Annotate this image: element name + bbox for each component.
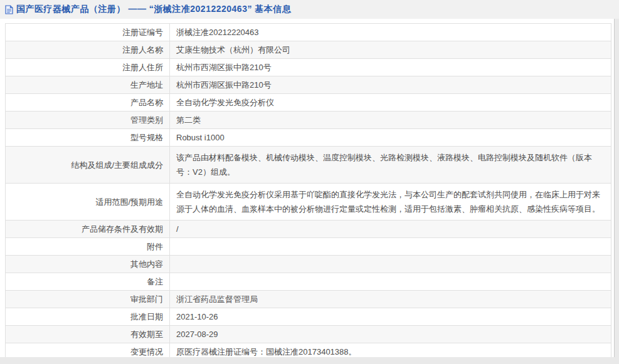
row-label: 其他内容	[6, 256, 170, 273]
table-row: 注册人名称 艾康生物技术（杭州）有限公司	[6, 41, 611, 59]
content-panel: 注册证编号 浙械注准20212220463 注册人名称 艾康生物技术（杭州）有限…	[0, 19, 615, 357]
row-value: 浙江省药品监督管理局	[170, 291, 611, 308]
row-label: 结构及组成/主要组成成分	[6, 147, 170, 184]
row-value: 第二类	[170, 112, 611, 129]
row-label: 注册人住所	[6, 59, 170, 76]
table-row: 其他内容	[6, 256, 611, 273]
table-row: 适用范围/预期用途 全自动化学发光免疫分析仪采用基于吖啶酯的直接化学发光法，与本…	[6, 184, 611, 221]
row-label: 注册证编号	[6, 24, 170, 41]
row-value: 杭州市西湖区振中路210号	[170, 76, 611, 94]
row-value: 全自动化学发光免疫分析仪采用基于吖啶酯的直接化学发光法，与本公司生产的配套试剂共…	[170, 184, 611, 221]
row-value: 2027-08-29	[170, 326, 611, 343]
row-value: 杭州市西湖区振中路210号	[170, 59, 611, 76]
row-label: 有效期至	[6, 326, 170, 343]
row-value: 该产品由材料配备模块、机械传动模块、温度控制模块、光路检测模块、液路模块、电路控…	[170, 147, 611, 184]
table-row: 附件	[6, 238, 611, 256]
row-label: 附件	[6, 238, 170, 256]
table-row: 审批部门 浙江省药品监督管理局	[6, 291, 611, 308]
table-row: 批准日期 2021-10-26	[6, 308, 611, 326]
row-label: 管理类别	[6, 112, 170, 129]
row-value	[170, 256, 611, 273]
document-icon	[5, 5, 13, 14]
row-value: 艾康生物技术（杭州）有限公司	[170, 41, 611, 59]
row-value: 原医疗器械注册证编号：国械注准20173401388。	[170, 343, 611, 358]
row-label: 备注	[6, 273, 170, 291]
table-row: 注册人住所 杭州市西湖区振中路210号	[6, 59, 611, 76]
page-title: 国产医疗器械产品（注册） —— “浙械注准20212220463” 基本信息	[16, 4, 291, 15]
row-label: 适用范围/预期用途	[6, 184, 170, 221]
registration-info-table: 注册证编号 浙械注准20212220463 注册人名称 艾康生物技术（杭州）有限…	[5, 23, 611, 357]
row-value	[170, 238, 611, 256]
row-value: Robust i1000	[170, 129, 611, 147]
row-label: 变更情况	[6, 343, 170, 358]
table-row: 生产地址 杭州市西湖区振中路210号	[6, 76, 611, 94]
table-row: 产品名称 全自动化学发光免疫分析仪	[6, 94, 611, 112]
row-value	[170, 273, 611, 291]
row-label: 产品储存条件及有效期	[6, 221, 170, 238]
table-row: 备注	[6, 273, 611, 291]
row-label: 注册人名称	[6, 41, 170, 59]
row-value: 浙械注准20212220463	[170, 24, 611, 41]
table-row: 型号规格 Robust i1000	[6, 129, 611, 147]
table-row: 管理类别 第二类	[6, 112, 611, 129]
table-row: 有效期至 2027-08-29	[6, 326, 611, 343]
row-label: 生产地址	[6, 76, 170, 94]
table-row: 产品储存条件及有效期 /	[6, 221, 611, 238]
table-row: 结构及组成/主要组成成分 该产品由材料配备模块、机械传动模块、温度控制模块、光路…	[6, 147, 611, 184]
row-label: 批准日期	[6, 308, 170, 326]
row-value: 全自动化学发光免疫分析仪	[170, 94, 611, 112]
page-titlebar: 国产医疗器械产品（注册） —— “浙械注准20212220463” 基本信息	[0, 0, 619, 19]
row-label: 产品名称	[6, 94, 170, 112]
row-value: /	[170, 221, 611, 238]
row-label: 审批部门	[6, 291, 170, 308]
row-value: 2021-10-26	[170, 308, 611, 326]
row-label: 型号规格	[6, 129, 170, 147]
table-row: 注册证编号 浙械注准20212220463	[6, 24, 611, 41]
table-row: 变更情况 原医疗器械注册证编号：国械注准20173401388。	[6, 343, 611, 358]
